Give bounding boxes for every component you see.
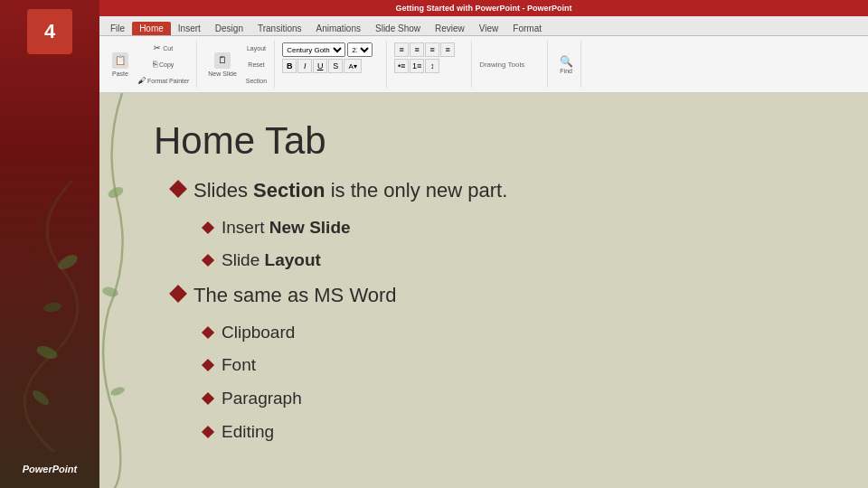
editing-group: 🔍 Find [552,41,581,88]
tab-format[interactable]: Format [505,22,549,35]
bullet-1b-text: Slide Layout [222,249,321,272]
align-right-button[interactable]: ≡ [425,42,439,57]
justify-button[interactable]: ≡ [440,42,455,57]
bold-button[interactable]: B [282,59,297,73]
slide-number-badge: 4 [27,9,72,54]
paste-button[interactable]: 📋 Paste [108,51,132,79]
slide-number: 4 [44,20,55,43]
bullet-2-text: The same as MS Word [193,283,397,309]
copy-label: Copy [159,61,174,68]
bullet-1b-icon [202,254,214,267]
title-bar-text: Getting Started with PowerPoint - PowerP… [395,4,571,13]
svg-point-3 [30,388,51,408]
line-spacing-button[interactable]: ↕ [425,59,439,73]
title-bar: Getting Started with PowerPoint - PowerP… [99,0,868,16]
italic-button[interactable]: I [297,59,312,73]
tab-home[interactable]: Home [132,22,171,35]
align-left-button[interactable]: ≡ [394,42,409,57]
find-icon: 🔍 [560,55,573,68]
tab-animations[interactable]: Animations [309,22,368,35]
svg-point-0 [56,252,80,272]
bullet-1a-text: Insert New Slide [222,217,351,239]
bullet-2a-text: Clipboard [222,322,295,344]
copy-button[interactable]: ⎘ Copy [134,57,193,71]
bullet-1-text: Slides Section is the only new part. [193,178,507,204]
slide-title-text: Home Tab [154,119,326,162]
find-button[interactable]: 🔍 Find [555,53,577,76]
bullet-2-icon [169,285,187,303]
reset-button[interactable]: Reset [242,57,270,71]
bullet-1b: Slide Layout [154,249,823,272]
cut-label: Cut [163,45,173,52]
sidebar: 4 PowerPoint [0,0,99,488]
font-family-select[interactable]: Century Gothic [282,42,345,57]
tab-view[interactable]: View [472,22,506,35]
paragraph-group: ≡ ≡ ≡ ≡ •≡ 1≡ ↕ [391,41,472,88]
bullet-2: The same as MS Word [154,283,823,309]
drawing-label: Drawing Tools [479,61,524,69]
cut-button[interactable]: ✂ Cut [134,41,193,55]
layout-button[interactable]: Layout [242,41,270,55]
drawing-group: Drawing Tools [476,41,548,88]
cut-icon: ✂ [154,43,161,52]
bullet-2d: Editing [154,421,823,444]
format-painter-button[interactable]: 🖌 Format Painter [134,73,193,88]
font-group: Century Gothic 21 B I U S A▾ [278,41,387,88]
bullet-2b: Font [154,354,823,377]
tab-insert[interactable]: Insert [171,22,208,35]
copy-icon: ⎘ [153,60,157,69]
bullet-1-icon [169,180,187,198]
bullet-2d-text: Editing [222,421,274,444]
new-slide-button[interactable]: 🗒 New Slide [204,51,241,79]
bullet-2a-icon [202,326,214,339]
ribbon: File Home Insert Design Transitions Anim… [99,16,868,93]
svg-point-2 [42,301,61,313]
strikethrough-button[interactable]: S [328,59,343,73]
clipboard-group: 📋 Paste ✂ Cut ⎘ Copy 🖌 Format Painter [105,41,197,88]
paste-icon: 📋 [112,52,128,69]
bullet-1a-icon [202,221,214,234]
slides-group: 🗒 New Slide Layout Reset Section [201,41,275,88]
underline-button[interactable]: U [313,59,327,73]
bullet-2c-icon [202,392,214,405]
bullet-list-button[interactable]: •≡ [394,59,409,73]
tab-design[interactable]: Design [208,22,250,35]
sidebar-decoration [0,181,99,452]
format-painter-label: Format Painter [147,78,189,84]
bullet-2d-icon [202,426,214,438]
slide-content: Home Tab Slides Section is the only new … [99,93,868,488]
powerpoint-logo: PowerPoint [23,464,78,474]
main-area: Getting Started with PowerPoint - PowerP… [99,0,868,488]
format-painter-icon: 🖌 [137,76,146,85]
bullet-1: Slides Section is the only new part. [154,178,823,204]
new-slide-icon: 🗒 [214,52,231,69]
number-list-button[interactable]: 1≡ [410,59,424,73]
font-size-select[interactable]: 21 [347,42,373,57]
font-color-button[interactable]: A▾ [344,59,362,73]
tab-review[interactable]: Review [428,22,472,35]
bullet-2c: Paragraph [154,388,823,410]
paste-label: Paste [112,70,128,77]
ribbon-body: 📋 Paste ✂ Cut ⎘ Copy 🖌 Format Painter [99,36,868,92]
tab-slideshow[interactable]: Slide Show [368,22,428,35]
align-center-button[interactable]: ≡ [410,42,424,57]
section-button[interactable]: Section [242,73,270,88]
bullet-2c-text: Paragraph [222,388,302,410]
tab-transitions[interactable]: Transitions [250,22,309,35]
bullet-1a: Insert New Slide [154,217,823,239]
bullet-2a: Clipboard [154,322,823,344]
bullet-2b-icon [202,359,214,371]
bullet-2b-text: Font [222,354,256,377]
slide-title: Home Tab [154,120,823,162]
ribbon-tabs: File Home Insert Design Transitions Anim… [99,16,868,36]
new-slide-label: New Slide [208,70,237,77]
tab-file[interactable]: File [103,22,132,35]
